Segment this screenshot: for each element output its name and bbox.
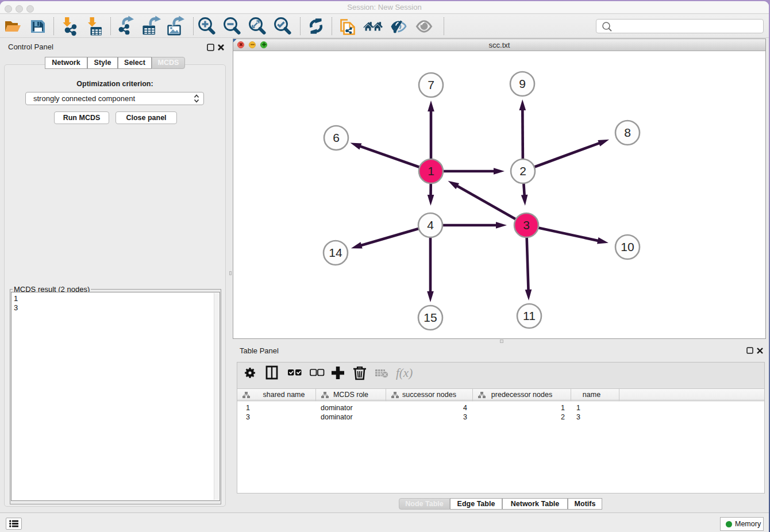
svg-text:10: 10 <box>621 240 634 253</box>
svg-text:7: 7 <box>428 78 434 91</box>
svg-text:3: 3 <box>523 218 530 232</box>
svg-text:4: 4 <box>427 218 434 232</box>
svg-text:1: 1 <box>428 164 434 178</box>
svg-text:14: 14 <box>329 246 342 259</box>
svg-text:15: 15 <box>424 311 437 324</box>
svg-text:8: 8 <box>624 126 631 139</box>
svg-text:2: 2 <box>519 164 526 178</box>
svg-text:f(x): f(x) <box>396 366 413 380</box>
svg-text:11: 11 <box>523 309 536 322</box>
svg-text:6: 6 <box>333 131 340 144</box>
svg-text:9: 9 <box>519 77 526 90</box>
